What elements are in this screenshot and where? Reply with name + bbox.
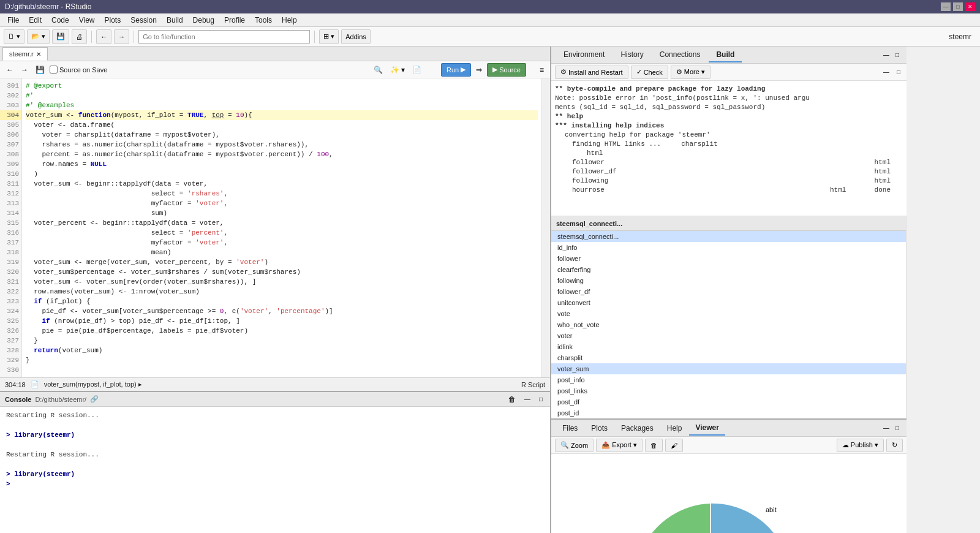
- undo-btn[interactable]: ←: [4, 64, 16, 75]
- code-scrollbar[interactable]: [541, 78, 550, 377]
- build-line-5: *** installing help indices: [555, 121, 903, 130]
- console-restart-1: Restarting R session...: [6, 410, 544, 420]
- conn-item-steemsql[interactable]: steemsql_connecti...: [551, 231, 906, 242]
- console-header: Console D:/github/steemr/ 🔗 🗑 — □: [0, 392, 550, 407]
- menu-plots[interactable]: Plots: [100, 15, 126, 26]
- goto-input[interactable]: [138, 30, 310, 43]
- run-btn[interactable]: Run ▶: [441, 63, 471, 77]
- export-btn[interactable]: 📤 Export ▾: [596, 439, 643, 452]
- maximize-build-btn[interactable]: □: [894, 67, 903, 77]
- conn-item-post-id[interactable]: post_id: [551, 407, 906, 418]
- tab-connections[interactable]: Connections: [652, 48, 708, 62]
- conn-item-unitconvert[interactable]: unitconvert: [551, 297, 906, 308]
- console-body[interactable]: Restarting R session... > library(steemr…: [0, 407, 550, 533]
- conn-item-follower-df[interactable]: follower_df: [551, 286, 906, 297]
- menu-debug[interactable]: Debug: [188, 15, 219, 26]
- maximize-viewer-btn[interactable]: □: [893, 423, 902, 433]
- tab-files[interactable]: Files: [556, 421, 584, 435]
- tab-build[interactable]: Build: [709, 48, 742, 62]
- tab-help[interactable]: Help: [661, 421, 688, 435]
- print-btn[interactable]: 🖨: [72, 29, 87, 44]
- build-line-1: ** byte-compile and prepare package for …: [555, 85, 903, 94]
- menu-session[interactable]: Session: [126, 15, 162, 26]
- compile-btn[interactable]: 📄: [410, 64, 424, 75]
- menu-edit[interactable]: Edit: [24, 15, 47, 26]
- console-title: Console: [5, 396, 31, 403]
- menu-code[interactable]: Code: [47, 15, 74, 26]
- conn-item-follower[interactable]: follower: [551, 253, 906, 264]
- redo-btn[interactable]: →: [18, 64, 31, 75]
- conn-item-post-links[interactable]: post_links: [551, 385, 906, 396]
- run-next-btn[interactable]: ⇒: [473, 64, 484, 75]
- code-line-317: myfactor = 'voter',: [26, 238, 538, 248]
- tab-packages[interactable]: Packages: [615, 421, 660, 435]
- ln-319: 319: [0, 257, 21, 267]
- conn-item-voter-sum[interactable]: voter_sum: [551, 363, 906, 374]
- ln-318: 318: [0, 248, 21, 257]
- save-btn[interactable]: 💾: [52, 29, 69, 44]
- conn-item-who-not-vote[interactable]: who_not_vote: [551, 319, 906, 330]
- minimize-btn[interactable]: —: [941, 2, 951, 11]
- editor-tab-steemmr[interactable]: steemr.r ✕: [2, 47, 48, 61]
- menu-build[interactable]: Build: [162, 15, 188, 26]
- tab-environment[interactable]: Environment: [556, 48, 612, 62]
- editor-panel: steemr.r ✕ ← → 💾 Source on Save 🔍 ✨ ▾: [0, 47, 551, 533]
- conn-item-clearferfing[interactable]: clearferfing: [551, 264, 906, 275]
- code-line-309: row.names = NULL: [26, 159, 538, 169]
- conn-item-voter[interactable]: voter: [551, 330, 906, 341]
- addins-btn[interactable]: Addins: [341, 29, 371, 44]
- conn-item-charsplit[interactable]: charsplit: [551, 352, 906, 363]
- build-line-3: ments (sql_id = sql_id, sql_password = s…: [555, 103, 903, 112]
- new-file-btn[interactable]: 🗋 ▾: [4, 29, 24, 44]
- conn-item-idlink[interactable]: idlink: [551, 341, 906, 352]
- check-btn[interactable]: ✓ Check: [631, 66, 668, 79]
- minimize-build-btn[interactable]: —: [881, 67, 892, 77]
- maximize-btn[interactable]: □: [953, 2, 963, 11]
- back-btn[interactable]: ←: [96, 29, 111, 44]
- menu-help[interactable]: Help: [277, 15, 302, 26]
- zoom-btn[interactable]: 🔍 Zoom: [555, 439, 594, 452]
- clear-console-btn[interactable]: 🗑: [506, 394, 518, 405]
- save-editor-btn[interactable]: 💾: [33, 64, 47, 75]
- tab-history[interactable]: History: [613, 48, 650, 62]
- tab-viewer[interactable]: Viewer: [689, 421, 725, 436]
- menu-view[interactable]: View: [74, 15, 100, 26]
- conn-item-post-df[interactable]: post_df: [551, 396, 906, 407]
- check-icon: ✓: [636, 68, 642, 76]
- conn-item-following[interactable]: following: [551, 275, 906, 286]
- forward-btn[interactable]: →: [114, 29, 129, 44]
- conn-item-post-info[interactable]: post_info: [551, 374, 906, 385]
- publish-btn[interactable]: ☁ Publish ▾: [837, 439, 884, 452]
- ln-321: 321: [0, 277, 21, 287]
- refresh-btn[interactable]: ↻: [886, 439, 903, 452]
- more-btn[interactable]: ⚙ More ▾: [671, 66, 710, 79]
- minimize-console-btn[interactable]: —: [522, 395, 533, 404]
- open-file-btn[interactable]: 📂 ▾: [27, 29, 50, 44]
- maximize-console-btn[interactable]: □: [537, 395, 545, 404]
- code-content[interactable]: # @export #' #' @examples voter_sum <- f…: [22, 78, 541, 377]
- conn-item-vote[interactable]: vote: [551, 308, 906, 319]
- export-icon: 📤: [601, 441, 610, 449]
- source-on-save-checkbox[interactable]: [50, 66, 58, 74]
- list-btn[interactable]: ≡: [537, 64, 546, 75]
- brush-btn[interactable]: 🖌: [665, 439, 683, 452]
- delete-plot-btn[interactable]: 🗑: [645, 439, 663, 452]
- install-restart-btn[interactable]: ⚙ Install and Restart: [555, 66, 628, 79]
- window-controls[interactable]: — □ ✕: [941, 2, 975, 11]
- conn-item-id-info[interactable]: id_info: [551, 242, 906, 253]
- close-tab-icon[interactable]: ✕: [36, 51, 41, 58]
- maximize-right-top-btn[interactable]: □: [893, 50, 902, 59]
- source-on-save-label: Source on Save: [50, 66, 107, 74]
- magic-wand-btn[interactable]: ✨ ▾: [388, 64, 407, 75]
- menu-tools[interactable]: Tools: [250, 15, 277, 26]
- source-btn[interactable]: ▶ Source: [487, 63, 526, 77]
- code-line-328: return(voter_sum): [26, 346, 538, 355]
- workspace-btn[interactable]: ⊞ ▾: [319, 29, 339, 44]
- tab-plots[interactable]: Plots: [585, 421, 614, 435]
- minimize-right-top-btn[interactable]: —: [881, 50, 892, 59]
- search-btn[interactable]: 🔍: [371, 64, 385, 75]
- close-btn[interactable]: ✕: [965, 2, 975, 11]
- menu-profile[interactable]: Profile: [219, 15, 250, 26]
- menu-file[interactable]: File: [2, 15, 24, 26]
- minimize-viewer-btn[interactable]: —: [881, 423, 892, 433]
